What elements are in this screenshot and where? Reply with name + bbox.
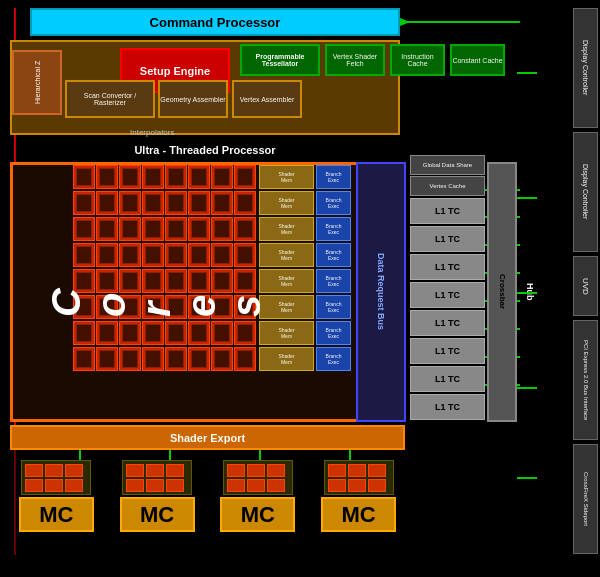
simd-cell — [211, 243, 233, 267]
simd-cell — [142, 217, 164, 241]
mc-column: MC — [10, 460, 103, 545]
mc-connector-cell — [25, 479, 43, 492]
shader-mem: ShaderMem — [259, 217, 314, 241]
shader-export: Shader Export — [10, 425, 405, 450]
interpolators-label: Interpolators — [130, 128, 174, 137]
ultra-threaded-processor: Ultra - Threaded Processor — [10, 140, 400, 160]
mc-label: MC — [39, 502, 73, 528]
simd-cell — [188, 191, 210, 215]
l1tc-box: L1 TC — [410, 366, 485, 392]
l1tc-box: L1 TC — [410, 282, 485, 308]
simd-cell — [142, 347, 164, 371]
l1tc-label: L1 TC — [435, 318, 460, 328]
simd-cell — [234, 165, 256, 189]
mc-connector-cell — [267, 464, 285, 477]
shader-mem: ShaderMem — [259, 191, 314, 215]
branch-unit: BranchExec — [316, 321, 351, 345]
mc-column: MC — [111, 460, 204, 545]
simd-cell — [142, 243, 164, 267]
mc-connector-cell — [247, 464, 265, 477]
simd-cell — [188, 347, 210, 371]
mc-box: MC — [120, 497, 195, 532]
constant-cache-label: Constant Cache — [452, 57, 502, 64]
scan-converter: Scan Convertor / Rasterizer — [65, 80, 155, 118]
simd-cell — [165, 243, 187, 267]
setup-engine-label: Setup Engine — [140, 65, 210, 77]
simd-cell — [165, 321, 187, 345]
mc-connector-cell — [267, 479, 285, 492]
programmable-tessellator-label: Programmable Tessellator — [242, 53, 318, 67]
vertex-cache-label: Vertex Cache — [429, 183, 465, 189]
mc-connector-cell — [45, 479, 63, 492]
simd-cell — [234, 347, 256, 371]
branch-unit: BranchExec — [316, 295, 351, 319]
mc-row: MC MC — [10, 460, 405, 545]
hierarchical-z: Hierarchical Z — [12, 50, 62, 115]
mc-connector-cell — [227, 464, 245, 477]
mc-connector-cell — [126, 464, 144, 477]
mc-connector-cell — [65, 464, 83, 477]
simd-cell — [234, 243, 256, 267]
l1tc-label: L1 TC — [435, 206, 460, 216]
simd-cell — [73, 243, 95, 267]
l1tc-label: L1 TC — [435, 234, 460, 244]
simd-cell — [73, 217, 95, 241]
simd-cell — [165, 347, 187, 371]
mc-connector-cell — [328, 464, 346, 477]
geometry-assembler-label: Geometry Assembler — [160, 96, 225, 103]
vertex-shader-fetch: Vertex Shader Fetch — [325, 44, 385, 76]
pci-express: PCI Express 2.0 Bus Interface — [573, 320, 598, 440]
display-controller-1: Display Controller — [573, 8, 598, 128]
simd-cell — [119, 243, 141, 267]
l1tc-box: L1 TC — [410, 226, 485, 252]
simd-cell — [73, 191, 95, 215]
hierarchical-z-label: Hierarchical Z — [34, 61, 41, 104]
l1tc-label: L1 TC — [435, 290, 460, 300]
mc-connector-cell — [348, 464, 366, 477]
scan-converter-label: Scan Convertor / Rasterizer — [67, 92, 153, 106]
mc-connector — [324, 460, 394, 495]
simd-cell — [188, 243, 210, 267]
shader-export-label: Shader Export — [170, 432, 245, 444]
vertex-cache: Vertex Cache — [410, 176, 485, 196]
simd-row: ShaderMem BranchExec — [73, 321, 353, 345]
simd-cell — [211, 191, 233, 215]
branch-unit: BranchExec — [316, 269, 351, 293]
l1tc-box: L1 TC — [410, 310, 485, 336]
mc-box: MC — [19, 497, 94, 532]
mc-connector-cell — [166, 479, 184, 492]
crossfirex-label: CrossFireX Sideport — [583, 472, 589, 526]
mc-connector — [21, 460, 91, 495]
mc-connector-cell — [227, 479, 245, 492]
svg-marker-20 — [400, 18, 410, 26]
simd-cell — [165, 165, 187, 189]
simd-cell — [211, 347, 233, 371]
simd-cell — [96, 165, 118, 189]
simd-cell — [119, 165, 141, 189]
branch-unit: BranchExec — [316, 347, 351, 371]
mc-column: MC — [212, 460, 305, 545]
simd-cell — [119, 191, 141, 215]
right-connection-lines — [517, 8, 572, 563]
mc-connector-cell — [146, 464, 164, 477]
display-controller-2-label: Display Controller — [582, 164, 589, 219]
simd-cell — [165, 191, 187, 215]
mc-connector-cell — [65, 479, 83, 492]
simd-cell — [119, 321, 141, 345]
mc-connector-cell — [126, 479, 144, 492]
l1tc-box: L1 TC — [410, 254, 485, 280]
shader-mem: ShaderMem — [259, 243, 314, 267]
global-data-share: Global Data Share — [410, 155, 485, 175]
simd-row: ShaderMem BranchExec — [73, 165, 353, 189]
branch-unit: BranchExec — [316, 191, 351, 215]
ultra-threaded-label: Ultra - Threaded Processor — [134, 144, 275, 156]
simd-cell — [96, 243, 118, 267]
constant-cache: Constant Cache — [450, 44, 505, 76]
uvd-label: UVD — [581, 278, 590, 295]
shader-mem: ShaderMem — [259, 165, 314, 189]
l1tc-section: Global Data Share Vertex Cache L1 TC L1 … — [410, 155, 485, 430]
mc-connector-cell — [328, 479, 346, 492]
mc-label: MC — [241, 502, 275, 528]
mc-connector-cell — [25, 464, 43, 477]
simd-cell — [211, 217, 233, 241]
